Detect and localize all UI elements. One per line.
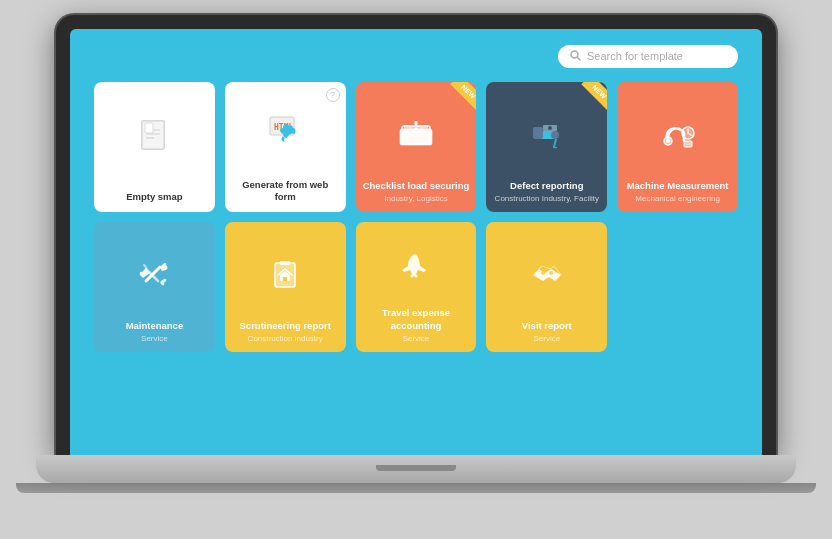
screen-content: Search for template <box>70 29 762 455</box>
card-scrutineering[interactable]: Scrutineering report Construction indust… <box>225 222 346 352</box>
card-title-machine: Machine Measurement <box>627 180 729 192</box>
search-icon <box>570 50 581 63</box>
svg-rect-7 <box>145 123 153 133</box>
card-subtitle-checklist: Industry, Logistics <box>384 194 447 204</box>
card-title-defect: Defect reporting <box>510 180 583 192</box>
search-placeholder: Search for template <box>587 50 683 62</box>
card-title-visit: Visit report <box>522 320 572 332</box>
card-title-generate: Generate from web form <box>231 179 340 204</box>
card-icon-machine <box>623 90 732 176</box>
svg-rect-35 <box>280 261 290 265</box>
search-bar-row: Search for template <box>94 45 738 68</box>
card-subtitle-maintenance: Service <box>141 334 168 344</box>
card-subtitle-defect: Construction Industry, Facility <box>495 194 599 204</box>
laptop-base <box>36 455 796 483</box>
svg-point-30 <box>666 139 670 143</box>
card-travel[interactable]: Travel expense accounting Service <box>356 222 477 352</box>
laptop-screen: Search for template <box>56 15 776 455</box>
card-icon-maintenance <box>100 230 209 316</box>
card-title-scrutineering: Scrutineering report <box>240 320 331 332</box>
card-icon-travel <box>362 230 471 304</box>
card-defect[interactable]: Defect reporting Construction Industry, … <box>486 82 607 212</box>
search-bar[interactable]: Search for template <box>558 45 738 68</box>
card-generate-web-form[interactable]: ? HTML Generate from web form <box>225 82 346 212</box>
card-title-empty-smap: Empty smap <box>126 191 183 203</box>
template-cards-grid: Empty smap ? HTML G <box>94 82 738 352</box>
svg-point-37 <box>541 271 545 275</box>
card-subtitle-travel: Service <box>403 334 430 344</box>
svg-rect-28 <box>684 141 692 147</box>
new-badge-checklist <box>448 82 476 110</box>
svg-line-1 <box>578 57 581 60</box>
card-subtitle-visit: Service <box>533 334 560 344</box>
card-maintenance[interactable]: Maintenance Service <box>94 222 215 352</box>
card-icon-generate: HTML <box>231 90 340 175</box>
card-empty-smap[interactable]: Empty smap <box>94 82 215 212</box>
card-subtitle-machine: Mechanical engineering <box>635 194 720 204</box>
card-visit[interactable]: Visit report Service <box>486 222 607 352</box>
card-checklist[interactable]: Checklist load securing Industry, Logist… <box>356 82 477 212</box>
card-machine[interactable]: Machine Measurement Mechanical engineeri… <box>617 82 738 212</box>
laptop-mockup: Search for template <box>26 15 806 525</box>
new-badge-defect <box>579 82 607 110</box>
svg-point-27 <box>548 126 552 130</box>
card-empty-slot <box>617 222 738 352</box>
card-title-travel: Travel expense accounting <box>362 307 471 332</box>
screen-display: Search for template <box>70 29 762 455</box>
svg-rect-24 <box>533 127 543 139</box>
info-icon: ? <box>326 88 340 102</box>
laptop-notch <box>376 465 456 471</box>
laptop-bottom <box>16 483 816 493</box>
svg-point-0 <box>571 51 578 58</box>
svg-point-38 <box>549 271 553 275</box>
card-icon-scrutineering <box>231 230 340 316</box>
card-subtitle-scrutineering: Construction industry <box>248 334 323 344</box>
card-icon-empty-smap <box>100 90 209 188</box>
svg-rect-36 <box>283 277 287 281</box>
svg-point-25 <box>551 131 559 139</box>
card-title-maintenance: Maintenance <box>126 320 184 332</box>
card-title-checklist: Checklist load securing <box>363 180 470 192</box>
card-icon-visit <box>492 230 601 316</box>
